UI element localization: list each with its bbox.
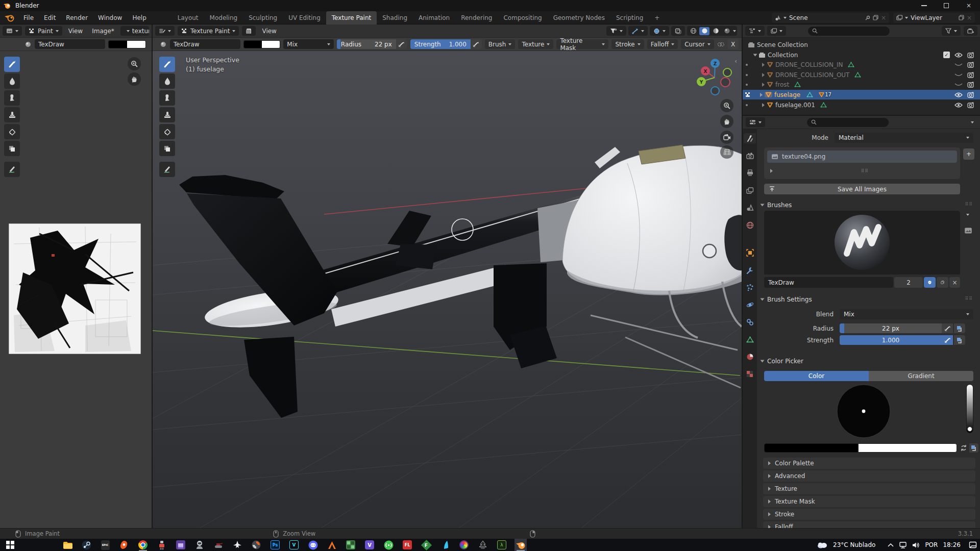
duplicate-icon[interactable] [873, 15, 878, 20]
blender-menu-logo-icon[interactable] [4, 14, 15, 22]
taskbar-tank-game[interactable] [212, 539, 225, 551]
smear-tool-button[interactable] [159, 90, 175, 106]
notifications-icon[interactable] [969, 541, 977, 548]
material-preview-button[interactable] [710, 27, 721, 35]
save-all-images-button[interactable]: Save All Images [764, 184, 960, 194]
new-collection-button[interactable] [964, 26, 977, 36]
maximize-button[interactable] [935, 0, 958, 11]
drag-handle-icon[interactable]: ⠿⠿ [861, 168, 869, 173]
taskbar-inkscape[interactable] [477, 539, 489, 551]
taskbar-sail-app[interactable] [439, 539, 451, 551]
panel-falloff[interactable]: Falloff [763, 521, 975, 528]
radius-slider[interactable]: 22 px [840, 323, 942, 333]
tab-view-layer[interactable] [744, 185, 756, 195]
eye-icon[interactable] [954, 103, 963, 108]
value-slider-handle[interactable] [967, 427, 972, 432]
wireframe-shading-button[interactable] [688, 27, 698, 35]
workspace-tab-scripting[interactable]: Scripting [610, 11, 649, 24]
draw-tool-button[interactable] [159, 57, 175, 72]
solid-shading-button[interactable] [699, 27, 709, 35]
blend-mode-dropdown[interactable]: Mix [283, 39, 334, 49]
brush-name-field[interactable]: TexDraw [764, 277, 893, 288]
camera-render-icon[interactable] [967, 62, 975, 68]
eye-closed-icon[interactable] [954, 72, 963, 78]
color-picker-panel-header[interactable]: Color Picker [761, 358, 803, 365]
taskbar-pixel-robot[interactable] [175, 539, 187, 551]
tab-material[interactable] [744, 352, 756, 362]
soften-tool-button[interactable] [159, 73, 175, 89]
tab-gradient[interactable]: Gradient [869, 371, 973, 381]
annotate-tool-button[interactable] [159, 162, 175, 177]
strength-pressure-toggle[interactable] [942, 335, 953, 345]
editor-type-button[interactable] [746, 117, 765, 127]
taskbar-epic-games[interactable]: EPIC [99, 539, 111, 551]
eye-icon[interactable] [954, 53, 963, 58]
viewport-canvas[interactable]: User Perspective (1) fuselage [153, 51, 742, 528]
taskbar-v-purple-app[interactable]: V [363, 539, 376, 551]
drag-handle-icon[interactable]: ⠿⠿ [965, 202, 973, 207]
primary-color-swatch[interactable] [244, 41, 262, 48]
outliner-row-fuselage-001[interactable]: fuselage.001 [743, 100, 980, 110]
clone-tool-button[interactable] [4, 107, 20, 122]
editor-type-button[interactable] [3, 26, 22, 36]
taskbar-green-pixel-app[interactable] [345, 539, 357, 551]
panel-texture[interactable]: Texture [763, 483, 975, 494]
taskbar-swirl-game[interactable] [250, 539, 262, 551]
exclude-checkbox[interactable]: ✓ [943, 52, 950, 58]
strength-slider[interactable]: 1.000 [840, 335, 942, 345]
foreground-color-swatch[interactable] [764, 443, 858, 453]
menu-view[interactable]: View [259, 28, 279, 35]
primary-color-swatch[interactable] [109, 41, 127, 48]
workspace-tab-animation[interactable]: Animation [413, 11, 455, 24]
close-button[interactable]: × [958, 0, 980, 11]
view-layer-selector[interactable]: ViewLayer × [893, 13, 975, 23]
weather-text[interactable]: 23°C Nublado [833, 541, 875, 548]
taskbar-file-explorer[interactable] [61, 539, 74, 551]
brush-name-field[interactable]: TexDraw [35, 39, 105, 49]
tray-expand-chevron-icon[interactable] [888, 543, 894, 547]
close-tool-settings-button[interactable]: X [727, 39, 739, 49]
mode-dropdown[interactable]: Texture Paint [178, 26, 239, 36]
unlink-brush-button[interactable]: × [949, 277, 960, 288]
taskbar-discord[interactable] [307, 539, 319, 551]
xray-toggle[interactable] [671, 26, 685, 36]
outliner-row-scene-collection[interactable]: Scene Collection [743, 40, 980, 49]
tab-physics[interactable] [744, 299, 756, 310]
taskbar-photoshop[interactable]: Ps [269, 539, 281, 551]
camera-view-button[interactable] [720, 131, 733, 144]
add-workspace-button[interactable]: + [649, 11, 665, 24]
eye-icon[interactable] [954, 92, 963, 97]
workspace-tab-rendering[interactable]: Rendering [455, 11, 498, 24]
texture-mask-popover[interactable]: Texture Mask [556, 39, 608, 49]
taskbar-origin[interactable] [118, 539, 130, 551]
pin-icon[interactable] [865, 15, 870, 20]
taskbar-broadcast-app[interactable] [382, 539, 395, 551]
zoom-2d-button[interactable] [128, 57, 141, 70]
cursor-popover[interactable]: Cursor [681, 39, 714, 49]
taskbar-color-wheel-app[interactable] [458, 539, 470, 551]
axis-neg-y-handle[interactable] [723, 68, 731, 77]
mode-dropdown[interactable]: Material [835, 133, 973, 143]
tab-scene[interactable] [744, 203, 756, 213]
color-unified-toggle[interactable] [969, 443, 978, 453]
outliner-filter-mode-button[interactable] [767, 26, 786, 36]
taskbar-terminal-app[interactable]: λ [496, 539, 508, 551]
tab-constraints[interactable] [744, 317, 756, 327]
taskbar-steam[interactable] [80, 539, 92, 551]
workspace-tab-geometry-nodes[interactable]: Geometry Nodes [548, 11, 610, 24]
taskbar-jet-game[interactable] [231, 539, 243, 551]
workspace-tab-layout[interactable]: Layout [172, 11, 204, 24]
outliner-row-frost[interactable]: frost [743, 80, 980, 89]
color-swatches[interactable] [243, 40, 281, 48]
workspace-tab-texture-paint[interactable]: Texture Paint [326, 11, 377, 24]
clock[interactable]: 18:26 [943, 541, 961, 548]
image-datablock-selector[interactable]: texture04.png [120, 26, 149, 36]
keyboard-language[interactable]: POR [925, 541, 938, 548]
expand-icon[interactable] [762, 73, 765, 77]
duplicate-brush-button[interactable] [937, 277, 948, 288]
menu-view[interactable]: View [65, 28, 86, 35]
camera-render-icon[interactable] [967, 92, 975, 98]
rendered-shading-button[interactable] [722, 27, 732, 35]
show-gizmo-toggle[interactable] [606, 26, 626, 36]
tab-object[interactable] [744, 247, 756, 258]
